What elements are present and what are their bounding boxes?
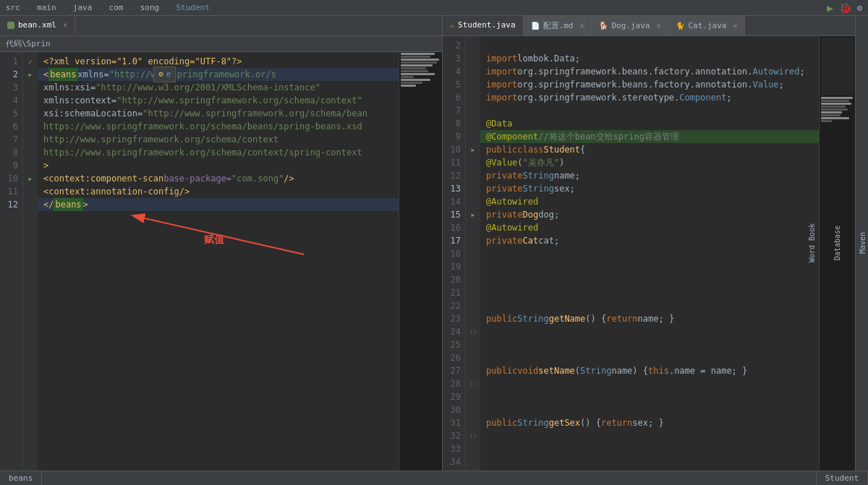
- tab-config-md-close[interactable]: ×: [579, 22, 584, 30]
- rcode-6: import org.springframework.stereotype.Co…: [480, 91, 819, 104]
- right-tab-bar: ☕ Student.java 📄 配置.md × 🐕 Dog.java × 🐈 …: [443, 16, 855, 36]
- rcode-13: private String sex;: [480, 182, 819, 195]
- sidebar-maven[interactable]: Maven: [857, 229, 868, 257]
- settings-icon[interactable]: ⚙: [857, 3, 862, 13]
- code-line-2: <beans xmlns="http://www.springframework…: [38, 68, 399, 81]
- code-line-5: xsi:schemaLocation="http://www.springfra…: [38, 107, 399, 120]
- rcode-21: [480, 286, 819, 299]
- tab-config-md[interactable]: 📄 配置.md ×: [524, 16, 592, 35]
- rcode-14: @Autowired: [480, 195, 819, 208]
- rcode-24: [480, 325, 819, 338]
- code-line-10: <context:component-scan base-package="co…: [38, 172, 399, 185]
- right-panel: ☕ Student.java 📄 配置.md × 🐕 Dog.java × 🐈 …: [443, 16, 855, 471]
- rcode-18: [480, 247, 819, 260]
- rcode-25: [480, 338, 819, 351]
- left-line-numbers: 1 2 3 4 5 6 7 8 9 10 11 12: [0, 52, 23, 471]
- nav-src[interactable]: src: [6, 3, 20, 12]
- annotation-area: 赋值: [38, 211, 399, 254]
- rcode-20: [480, 273, 819, 286]
- rcode-5: import org.springframework.beans.factory…: [480, 78, 819, 91]
- debug-icon[interactable]: 🐞: [839, 2, 851, 14]
- rcode-3: import lombok.Data;: [480, 52, 819, 65]
- rcode-12: private String name;: [480, 169, 819, 182]
- breadcrumb: 代码\Sprin: [0, 36, 442, 52]
- tab-bean-xml-label: bean.xml: [18, 20, 56, 30]
- code-line-11: <context:annotation-config/>: [38, 185, 399, 198]
- code-line-1: <?xml version="1.0" encoding="UTF-8"?>: [38, 55, 399, 68]
- tab-cat-java-close[interactable]: ×: [733, 22, 737, 30]
- left-minimap: [399, 52, 442, 471]
- rcode-29: [480, 390, 819, 403]
- left-gutter: ✓ ▶ ▶: [23, 52, 38, 471]
- right-gutter: ▶ ▶ ⟨⟩ ⟨⟩: [466, 36, 480, 471]
- tab-student-java-label: Student.java: [458, 20, 515, 30]
- rcode-27: public void setName(String name) { this.…: [480, 364, 819, 377]
- right-sidebar: Maven Database Word Book: [855, 16, 868, 471]
- rcode-35: public void setSex(String sex) { this.se…: [480, 468, 819, 471]
- top-navigation-bar: src › main › java › com › song › Student…: [0, 0, 868, 16]
- bottom-indicators: beans Student: [0, 471, 868, 485]
- rcode-22: [480, 299, 819, 312]
- tab-cat-java-label: Cat.java: [688, 21, 726, 30]
- rcode-17: private Cat cat;: [480, 234, 819, 247]
- right-code-content[interactable]: import lombok.Data; import org.springfra…: [480, 36, 819, 471]
- rcode-11: @Value("吴亦凡"): [480, 156, 819, 169]
- left-code-content[interactable]: <?xml version="1.0" encoding="UTF-8"?> <…: [38, 52, 399, 471]
- nav-song[interactable]: song: [140, 3, 160, 12]
- code-line-7: http://www.springframework.org/schema/co…: [38, 133, 399, 146]
- tab-student-java[interactable]: ☕ Student.java: [443, 16, 524, 35]
- beans-tooltip: ⚙e: [153, 66, 176, 82]
- rcode-31: public String getSex() { return sex; }: [480, 416, 819, 429]
- rcode-4: import org.springframework.beans.factory…: [480, 65, 819, 78]
- rcode-15: private Dog dog;: [480, 208, 819, 221]
- rcode-26: [480, 351, 819, 364]
- rcode-33: [480, 442, 819, 455]
- main-area: bean.xml × 代码\Sprin 1 2 3 4 5 6 7 8 9 10…: [0, 16, 868, 471]
- left-editor-area[interactable]: 1 2 3 4 5 6 7 8 9 10 11 12 ✓ ▶: [0, 52, 442, 471]
- rcode-19: [480, 260, 819, 273]
- rcode-10: public class Student {: [480, 143, 819, 156]
- right-editor-area[interactable]: 2 3 4 5 6 7 8 9 10 11 12 13 14 15 16 17 …: [443, 36, 855, 471]
- tab-bean-xml[interactable]: bean.xml ×: [0, 16, 75, 35]
- rcode-9: @Component//将这个bean交给spring容器管理: [480, 130, 819, 143]
- annotation-label: 赋值: [204, 233, 224, 246]
- tab-cat-java[interactable]: 🐈 Cat.java ×: [668, 16, 745, 35]
- nav-java[interactable]: java: [73, 3, 93, 12]
- code-line-6: https://www.springframework.org/schema/b…: [38, 120, 399, 133]
- tab-dog-java-close[interactable]: ×: [656, 22, 660, 30]
- tab-dog-java[interactable]: 🐕 Dog.java ×: [592, 16, 668, 35]
- code-line-8: https://www.springframework.org/schema/c…: [38, 146, 399, 159]
- sidebar-wordbook[interactable]: Word Book: [807, 220, 817, 265]
- bottom-tab-beans[interactable]: beans: [0, 471, 42, 485]
- tab-dog-java-label: Dog.java: [611, 21, 650, 30]
- tab-close-icon[interactable]: ×: [63, 21, 67, 29]
- rcode-34: [480, 455, 819, 468]
- nav-com[interactable]: com: [109, 3, 124, 12]
- code-line-3: xmlns:xsi="http://www.w3.org/2001/XMLSch…: [38, 81, 399, 94]
- code-line-12: </beans>: [38, 198, 399, 211]
- left-tab-bar: bean.xml ×: [0, 16, 442, 36]
- left-panel: bean.xml × 代码\Sprin 1 2 3 4 5 6 7 8 9 10…: [0, 16, 443, 471]
- rcode-30: [480, 403, 819, 416]
- rcode-7: [480, 104, 819, 117]
- bottom-tab-student[interactable]: Student: [816, 471, 868, 485]
- rcode-16: @Autowired: [480, 221, 819, 234]
- nav-main[interactable]: main: [37, 3, 56, 12]
- run-icon[interactable]: ▶: [827, 2, 833, 14]
- right-line-numbers: 2 3 4 5 6 7 8 9 10 11 12 13 14 15 16 17 …: [443, 36, 466, 471]
- rcode-28: [480, 377, 819, 390]
- rcode-23: public String getName() { return name; }: [480, 312, 819, 325]
- nav-student[interactable]: Student: [176, 3, 209, 12]
- rcode-32: [480, 429, 819, 442]
- rcode-2: [480, 39, 819, 52]
- breadcrumb-text: 代码\Sprin: [6, 38, 51, 49]
- tab-config-md-label: 配置.md: [543, 20, 574, 31]
- rcode-8: @Data: [480, 117, 819, 130]
- sidebar-database[interactable]: Database: [832, 223, 843, 263]
- code-line-4: xmlns:context="http://www.springframewor…: [38, 94, 399, 107]
- code-line-9: >: [38, 159, 399, 172]
- xml-icon: [7, 22, 14, 29]
